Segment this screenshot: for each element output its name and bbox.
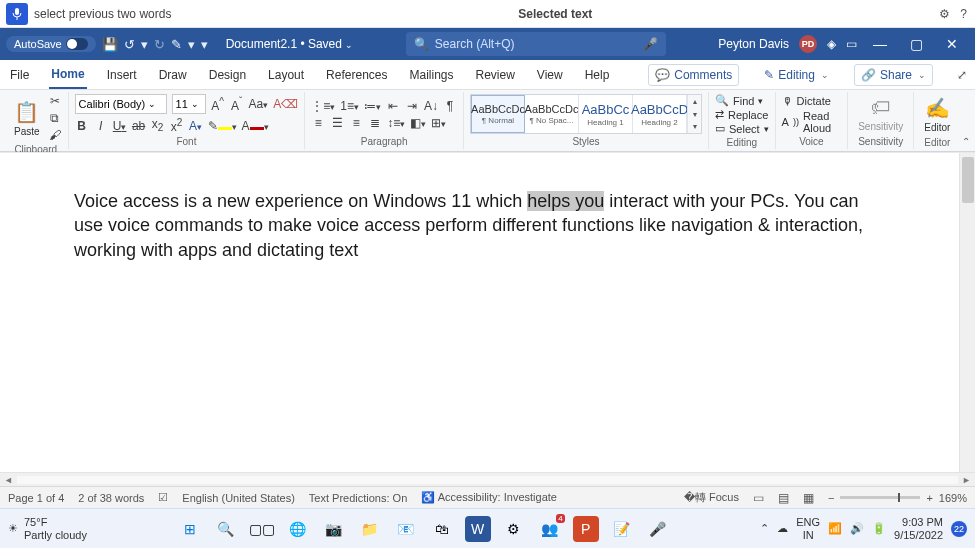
tab-draw[interactable]: Draw [157,62,189,88]
style-normal[interactable]: AaBbCcDc¶ Normal [471,95,525,133]
zoom-slider[interactable] [840,496,920,499]
read-aloud-button[interactable]: A)) Read Aloud [782,110,842,134]
grow-font-icon[interactable]: A^ [211,96,225,113]
style-no-spacing[interactable]: AaBbCcDc¶ No Spac... [525,95,579,133]
editing-mode-button[interactable]: ✎ Editing ⌄ [757,64,836,86]
undo-icon[interactable]: ↺ [124,37,135,52]
scroll-thumb[interactable] [962,157,974,203]
camera-icon[interactable]: 📷 [321,516,347,542]
taskbar-search-icon[interactable]: 🔍 [213,516,239,542]
tab-help[interactable]: Help [583,62,612,88]
decrease-indent-icon[interactable]: ⇤ [386,99,400,113]
voice-access-taskbar-icon[interactable]: 🎤 [645,516,671,542]
zoom-out-icon[interactable]: − [828,492,834,504]
text-effects-icon[interactable]: A▾ [189,119,203,133]
styles-gallery-more[interactable]: ▴▾▾ [687,95,701,133]
tab-references[interactable]: References [324,62,389,88]
bullets-icon[interactable]: ⋮≡▾ [311,99,335,113]
settings-icon[interactable]: ⚙ [501,516,527,542]
bold-button[interactable]: B [75,119,89,133]
tab-home[interactable]: Home [49,61,86,89]
powerpoint-icon[interactable]: P [573,516,599,542]
tab-layout[interactable]: Layout [266,62,306,88]
qat-extra-icon[interactable]: ✎ [171,37,182,52]
diamond-icon[interactable]: ◈ [827,37,836,51]
volume-icon[interactable]: 🔊 [850,522,864,535]
copy-icon[interactable]: ⧉ [48,111,62,125]
comments-button[interactable]: 💬 Comments [648,64,739,86]
italic-button[interactable]: I [94,119,108,133]
shrink-font-icon[interactable]: Aˇ [230,96,244,113]
microphone-icon[interactable] [6,3,28,25]
task-view-icon[interactable]: ▢▢ [249,516,275,542]
status-spellcheck-icon[interactable]: ☑ [158,491,168,504]
dictate-button[interactable]: 🎙 Dictate [782,95,842,107]
notification-badge[interactable]: 22 [951,521,967,537]
line-spacing-icon[interactable]: ↕≡▾ [387,116,405,130]
horizontal-scrollbar[interactable]: ◄ ► [0,472,975,486]
ribbon-mode-icon[interactable]: ▭ [846,37,857,51]
paste-button[interactable]: 📋 Paste [10,98,44,139]
lang-primary[interactable]: ENG [796,516,820,528]
borders-icon[interactable]: ⊞▾ [431,116,446,130]
vertical-scrollbar[interactable] [959,153,975,472]
undo-dropdown-icon[interactable]: ▾ [141,37,148,52]
lang-secondary[interactable]: IN [796,529,820,541]
search-box[interactable]: 🔍 Search (Alt+Q) 🎤 [406,32,666,56]
word-icon[interactable]: W [465,516,491,542]
maximize-button[interactable]: ▢ [903,36,929,52]
settings-icon[interactable]: ⚙ [939,7,950,21]
cut-icon[interactable]: ✂ [48,94,62,108]
tab-file[interactable]: File [8,62,31,88]
user-avatar[interactable]: PD [799,35,817,53]
style-heading-2[interactable]: AaBbCcDHeading 2 [633,95,687,133]
tab-design[interactable]: Design [207,62,248,88]
editor-button[interactable]: ✍ Editor [920,94,954,135]
whiteboard-icon[interactable]: 📝 [609,516,635,542]
tab-mailings[interactable]: Mailings [407,62,455,88]
align-right-icon[interactable]: ≡ [349,116,363,130]
scroll-track[interactable] [17,476,958,484]
collapse-ribbon-caret[interactable]: ⌃ [960,92,971,149]
collapse-ribbon-icon[interactable]: ⤢ [957,68,967,82]
share-button[interactable]: 🔗 Share⌄ [854,64,933,86]
find-button[interactable]: 🔍 Find ▾ [715,94,769,107]
wifi-icon[interactable]: 📶 [828,522,842,535]
strike-button[interactable]: ab [132,119,146,133]
document-page[interactable]: Voice access is a new experience on Wind… [0,153,959,472]
increase-indent-icon[interactable]: ⇥ [405,99,419,113]
help-icon[interactable]: ? [960,7,967,21]
user-name[interactable]: Peyton Davis [718,37,789,51]
save-icon[interactable]: 💾 [102,37,118,52]
status-words[interactable]: 2 of 38 words [78,492,144,504]
zoom-in-icon[interactable]: + [926,492,932,504]
replace-button[interactable]: ⇄ Replace [715,108,769,121]
start-icon[interactable]: ⊞ [177,516,203,542]
align-center-icon[interactable]: ☰ [330,116,344,130]
font-family-select[interactable]: Calibri (Body)⌄ [75,94,167,114]
superscript-button[interactable]: x2 [170,117,184,134]
focus-mode-button[interactable]: �轉 Focus [684,490,739,505]
edge-icon[interactable]: 🌐 [285,516,311,542]
redo-icon[interactable]: ↻ [154,37,165,52]
zoom-control[interactable]: − + 169% [828,492,967,504]
explorer-icon[interactable]: 📁 [357,516,383,542]
store-icon[interactable]: 🛍 [429,516,455,542]
minimize-button[interactable]: — [867,36,893,52]
autosave-toggle[interactable]: AutoSave [6,36,96,52]
print-layout-icon[interactable]: ▤ [778,491,789,505]
weather-widget[interactable]: ☀ 75°FPartly cloudy [8,516,87,540]
battery-icon[interactable]: 🔋 [872,522,886,535]
font-color-icon[interactable]: A▾ [242,119,269,133]
outlook-icon[interactable]: 📧 [393,516,419,542]
status-language[interactable]: English (United States) [182,492,295,504]
tab-review[interactable]: Review [474,62,517,88]
change-case-icon[interactable]: Aa▾ [249,97,269,111]
onedrive-icon[interactable]: ☁ [777,522,788,535]
tray-overflow-icon[interactable]: ⌃ [760,522,769,535]
format-painter-icon[interactable]: 🖌 [48,128,62,142]
status-accessibility[interactable]: ♿ Accessibility: Investigate [421,491,557,504]
style-heading-1[interactable]: AaBbCcHeading 1 [579,95,633,133]
align-left-icon[interactable]: ≡ [311,116,325,130]
numbering-icon[interactable]: 1≡▾ [340,99,359,113]
